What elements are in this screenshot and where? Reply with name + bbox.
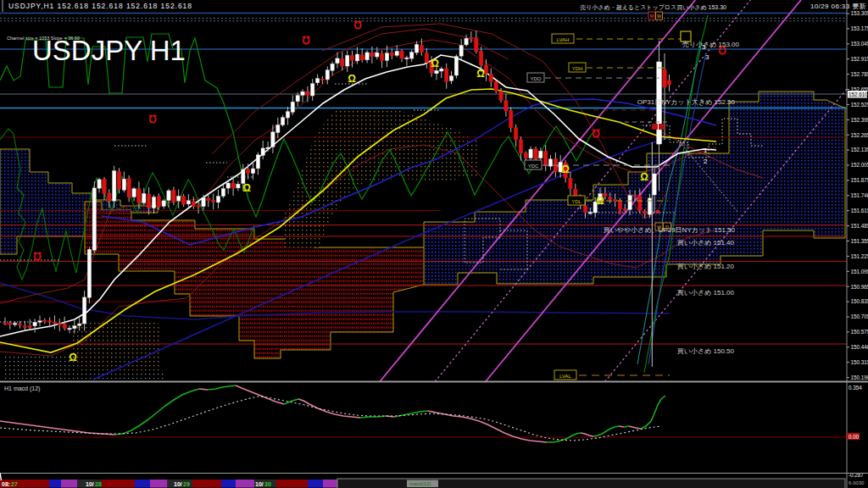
svg-text:150.446: 150.446: [851, 344, 868, 350]
svg-text:YDO: YDO: [530, 76, 541, 81]
svg-text:152.395: 152.395: [851, 117, 868, 123]
svg-text:153.045: 153.045: [851, 41, 868, 47]
svg-text:買いやや小さめ、UP29日NYカット 151.50: 買いやや小さめ、UP29日NYカット 151.50: [604, 226, 736, 234]
svg-text:Ω: Ω: [242, 182, 251, 194]
svg-text:153.305: 153.305: [851, 10, 868, 16]
svg-text:10/: 10/: [86, 481, 94, 487]
svg-text:Ω: Ω: [561, 164, 570, 175]
svg-text:Ω: Ω: [69, 352, 77, 363]
svg-text:買い小さめ 151.40: 買い小さめ 151.40: [677, 239, 735, 247]
svg-text:152.610: 152.610: [849, 92, 868, 97]
svg-text:152.915: 152.915: [851, 56, 868, 62]
svg-text:M: M: [650, 14, 654, 19]
svg-text:LVAL: LVAL: [559, 374, 571, 379]
svg-text:152.265: 152.265: [851, 132, 868, 138]
svg-text:27: 27: [11, 481, 18, 487]
svg-text:151.746: 151.746: [851, 192, 868, 198]
svg-text:152.005: 152.005: [851, 162, 868, 168]
svg-text:08:: 08:: [2, 481, 10, 487]
svg-text:℧: ℧: [148, 114, 156, 125]
svg-text:売り小さめ・超えるとストップロス買い小さめ 153.30: 売り小さめ・超えるとストップロス買い小さめ 153.30: [580, 4, 726, 11]
svg-text:1: 1: [704, 147, 708, 154]
svg-text:Ω: Ω: [476, 68, 485, 80]
svg-text:152.785: 152.785: [851, 71, 868, 77]
svg-text:買い小さめ 151.00: 買い小さめ 151.00: [677, 289, 735, 297]
svg-text:150.190: 150.190: [851, 374, 868, 380]
svg-text:買い小さめ 151.20: 買い小さめ 151.20: [677, 263, 735, 270]
svg-text:151.095: 151.095: [851, 269, 868, 274]
svg-text:Ω: Ω: [348, 73, 356, 85]
svg-text:℧: ℧: [33, 251, 41, 263]
svg-text:30: 30: [264, 481, 271, 487]
svg-text:10/29 06:33 要新: 10/29 06:33 要新: [810, 3, 866, 10]
svg-text:151.615: 151.615: [851, 208, 868, 214]
svg-text:YDC: YDC: [528, 164, 539, 169]
svg-text:OP31日NYカット大きめ 152.50: OP31日NYカット大きめ 152.50: [637, 98, 736, 106]
svg-text:売り小さめ 153.00: 売り小さめ 153.00: [682, 41, 740, 48]
svg-text:USDJPY,H1 152.618 152.618 152: USDJPY,H1 152.618 152.618 152.618 152.61…: [8, 2, 192, 10]
svg-text:W: W: [657, 14, 662, 19]
svg-text:2: 2: [704, 158, 708, 165]
svg-text:28: 28: [95, 481, 102, 487]
svg-text:150.315: 150.315: [851, 359, 868, 365]
svg-text:3: 3: [705, 53, 709, 61]
svg-text:YDH: YDH: [572, 66, 583, 71]
svg-text:℧: ℧: [592, 128, 599, 140]
svg-text:Ω: Ω: [596, 195, 604, 207]
svg-text:6.0030: 6.0030: [849, 480, 865, 485]
svg-text:153.175: 153.175: [851, 25, 868, 31]
svg-text:Ω: Ω: [640, 171, 648, 183]
svg-text:151.225: 151.225: [851, 253, 868, 259]
svg-text:℧: ℧: [302, 35, 309, 47]
svg-text:買い小さめ 150.50: 買い小さめ 150.50: [677, 347, 735, 355]
svg-text:macd(12): macd(12): [409, 481, 431, 486]
svg-text:0.00: 0.00: [849, 434, 860, 440]
svg-text:LVAH: LVAH: [557, 37, 570, 42]
svg-text:151.485: 151.485: [851, 223, 868, 229]
svg-text:150.705: 150.705: [851, 313, 868, 319]
svg-text:151.875: 151.875: [851, 177, 868, 183]
svg-text:152.135: 152.135: [851, 147, 868, 152]
svg-text:29: 29: [183, 481, 190, 487]
svg-text:10/: 10/: [174, 481, 182, 487]
svg-text:USDJPY H1: USDJPY H1: [32, 35, 186, 66]
svg-text:152.525: 152.525: [851, 102, 868, 108]
svg-text:YDL: YDL: [571, 199, 581, 204]
svg-text:℧: ℧: [353, 19, 361, 31]
svg-text:H1 macd (12): H1 macd (12): [4, 385, 40, 392]
svg-text:10/: 10/: [255, 481, 264, 487]
svg-text:151.355: 151.355: [851, 238, 868, 244]
svg-text:150.965: 150.965: [851, 284, 868, 290]
svg-text:150.575: 150.575: [851, 329, 868, 335]
svg-text:Ω: Ω: [431, 58, 439, 69]
svg-text:0.354: 0.354: [849, 385, 862, 391]
svg-text:150.835: 150.835: [851, 298, 868, 304]
